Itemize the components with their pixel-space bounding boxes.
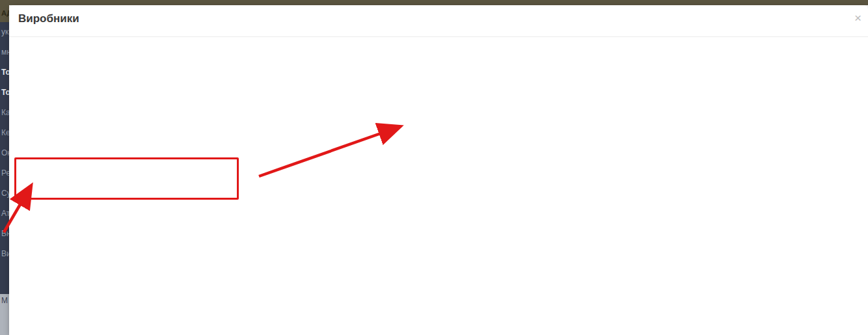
sidebar-item[interactable]: То — [0, 62, 9, 83]
sidebar-item[interactable]: Вн — [0, 224, 9, 244]
sidebar-item[interactable]: Он — [0, 143, 9, 163]
sidebar-item[interactable]: Ке — [0, 123, 9, 143]
screenshot-root: АД укмнТоТоКаКеОнРеСуАтВнВи М Виробники … — [0, 0, 868, 335]
admin-sidebar: укмнТоТоКаКеОнРеСуАтВнВи — [0, 22, 9, 294]
sidebar-item[interactable]: Су — [0, 183, 9, 204]
sidebar-item[interactable]: ук — [0, 22, 9, 42]
sidebar-item[interactable]: Ат — [0, 204, 9, 224]
page-topbar — [0, 0, 868, 5]
admin-sidebar-bottom: М — [0, 294, 9, 335]
close-icon[interactable]: × — [854, 12, 861, 24]
sidebar-item[interactable]: Ре — [0, 163, 9, 183]
header-divider — [9, 36, 868, 37]
sidebar-item[interactable]: Ви — [0, 244, 9, 264]
modal-title: Виробники — [18, 12, 79, 25]
sidebar-item[interactable]: То — [0, 83, 9, 103]
sidebar-item[interactable]: мн — [0, 42, 9, 62]
admin-corner-label: АД — [0, 5, 9, 22]
manufacturers-modal: Виробники × — [9, 5, 868, 335]
sidebar-item[interactable]: Ка — [0, 103, 9, 123]
